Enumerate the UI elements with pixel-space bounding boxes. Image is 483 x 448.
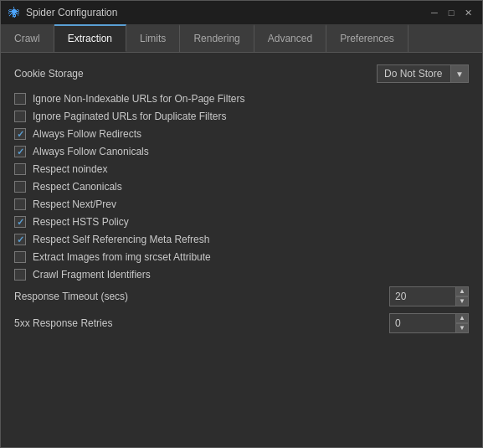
- response-timeout-up-button[interactable]: ▲: [455, 286, 469, 296]
- checkbox-crawl-fragment-label: Crawl Fragment Identifiers: [33, 269, 151, 281]
- window-controls: ─ □ ✕: [427, 5, 475, 20]
- checkbox-respect-self-ref-box[interactable]: ✓: [14, 234, 26, 245]
- checkbox-ignore-paginated[interactable]: Ignore Paginated URLs for Duplicate Filt…: [14, 111, 469, 122]
- response-timeout-spinner-buttons: ▲ ▼: [455, 286, 469, 306]
- window-title: Spider Configuration: [26, 7, 427, 18]
- response-retries-spinner-buttons: ▲ ▼: [455, 313, 469, 333]
- checkbox-respect-self-ref-label: Respect Self Referencing Meta Refresh: [33, 234, 209, 245]
- checkbox-respect-canonicals-label: Respect Canonicals: [33, 181, 122, 193]
- checkbox-respect-self-ref[interactable]: ✓ Respect Self Referencing Meta Refresh: [14, 234, 469, 245]
- response-timeout-spinner: ▲ ▼: [389, 286, 469, 306]
- content-area: Cookie Storage Do Not Store Session Pers…: [1, 53, 482, 447]
- tab-advanced[interactable]: Advanced: [254, 24, 326, 52]
- title-bar: 🕷 Spider Configuration ─ □ ✕: [1, 1, 482, 24]
- checkbox-follow-redirects[interactable]: ✓ Always Follow Redirects: [14, 128, 469, 140]
- response-timeout-row: Response Timeout (secs) ▲ ▼: [14, 286, 469, 306]
- checkbox-ignore-nonindexable[interactable]: Ignore Non-Indexable URLs for On-Page Fi…: [14, 93, 469, 105]
- tab-bar: Crawl Extraction Limits Rendering Advanc…: [1, 24, 482, 53]
- tab-limits[interactable]: Limits: [126, 24, 180, 52]
- checkbox-respect-noindex-label: Respect noindex: [33, 163, 107, 175]
- maximize-button[interactable]: □: [444, 5, 459, 20]
- checkbox-respect-hsts-label: Respect HSTS Policy: [33, 216, 129, 228]
- response-retries-input[interactable]: [389, 313, 456, 333]
- response-retries-up-button[interactable]: ▲: [455, 313, 469, 323]
- checkbox-crawl-fragment-box[interactable]: [14, 269, 26, 281]
- checkbox-follow-redirects-box[interactable]: ✓: [14, 128, 26, 140]
- checkbox-respect-next-prev-label: Respect Next/Prev: [33, 198, 116, 210]
- response-timeout-input[interactable]: [389, 286, 456, 306]
- checkbox-extract-images-box[interactable]: [14, 251, 26, 263]
- checkbox-ignore-paginated-box[interactable]: [14, 111, 26, 122]
- checkbox-crawl-fragment[interactable]: Crawl Fragment Identifiers: [14, 269, 469, 281]
- checkbox-follow-canonicals-label: Always Follow Canonicals: [33, 146, 149, 157]
- tab-rendering[interactable]: Rendering: [180, 24, 254, 52]
- checkmark-icon: ✓: [17, 218, 24, 227]
- checkbox-respect-canonicals[interactable]: Respect Canonicals: [14, 181, 469, 193]
- checkboxes-container: Ignore Non-Indexable URLs for On-Page Fi…: [14, 93, 469, 281]
- cookie-storage-label: Cookie Storage: [14, 68, 84, 80]
- minimize-button[interactable]: ─: [427, 5, 442, 20]
- checkbox-respect-noindex[interactable]: Respect noindex: [14, 163, 469, 175]
- close-button[interactable]: ✕: [460, 5, 475, 20]
- checkbox-respect-next-prev-box[interactable]: [14, 198, 26, 210]
- cookie-storage-row: Cookie Storage Do Not Store Session Pers…: [14, 64, 469, 83]
- checkbox-follow-redirects-label: Always Follow Redirects: [33, 128, 141, 140]
- main-window: 🕷 Spider Configuration ─ □ ✕ Crawl Extra…: [0, 0, 483, 448]
- checkbox-extract-images-label: Extract Images from img srcset Attribute: [33, 251, 211, 263]
- checkbox-respect-next-prev[interactable]: Respect Next/Prev: [14, 198, 469, 210]
- checkmark-icon: ✓: [17, 147, 24, 157]
- response-retries-spinner: ▲ ▼: [389, 313, 469, 333]
- tab-preferences[interactable]: Preferences: [326, 24, 408, 52]
- tab-crawl[interactable]: Crawl: [1, 24, 54, 52]
- response-retries-label: 5xx Response Retries: [14, 317, 112, 329]
- checkbox-respect-canonicals-box[interactable]: [14, 181, 26, 193]
- response-retries-down-button[interactable]: ▼: [455, 323, 469, 333]
- response-retries-row: 5xx Response Retries ▲ ▼: [14, 313, 469, 333]
- cookie-storage-dropdown[interactable]: Do Not Store Session Persistent: [377, 64, 469, 83]
- checkbox-respect-hsts[interactable]: ✓ Respect HSTS Policy: [14, 216, 469, 228]
- checkbox-ignore-paginated-label: Ignore Paginated URLs for Duplicate Filt…: [33, 111, 226, 122]
- checkbox-respect-hsts-box[interactable]: ✓: [14, 216, 26, 228]
- tab-extraction[interactable]: Extraction: [54, 24, 126, 52]
- checkbox-ignore-nonindexable-box[interactable]: [14, 93, 26, 105]
- checkbox-extract-images[interactable]: Extract Images from img srcset Attribute: [14, 251, 469, 263]
- cookie-storage-dropdown-container: Do Not Store Session Persistent ▼: [377, 64, 469, 83]
- checkbox-follow-canonicals[interactable]: ✓ Always Follow Canonicals: [14, 146, 469, 157]
- response-timeout-down-button[interactable]: ▼: [455, 296, 469, 306]
- checkmark-icon: ✓: [17, 235, 24, 245]
- checkbox-respect-noindex-box[interactable]: [14, 163, 26, 175]
- response-timeout-label: Response Timeout (secs): [14, 291, 128, 302]
- checkbox-follow-canonicals-box[interactable]: ✓: [14, 146, 26, 157]
- checkmark-icon: ✓: [17, 130, 24, 139]
- app-icon: 🕷: [8, 6, 21, 19]
- checkbox-ignore-nonindexable-label: Ignore Non-Indexable URLs for On-Page Fi…: [33, 93, 244, 105]
